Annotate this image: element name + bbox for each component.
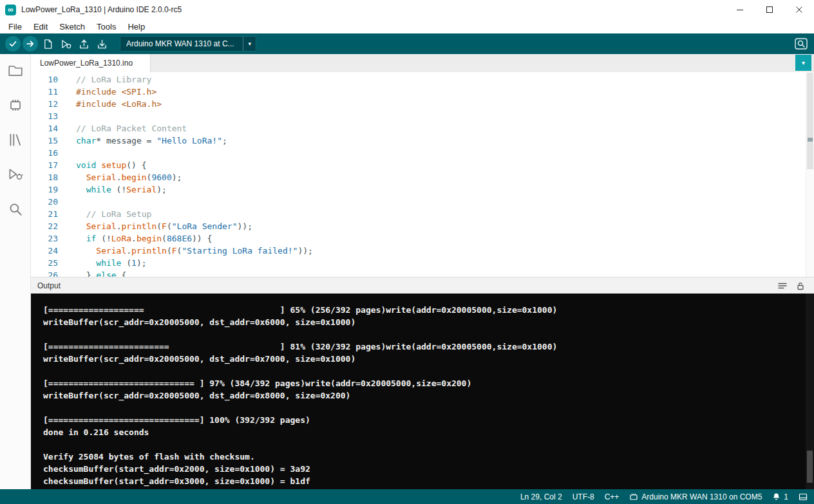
console-line: [=================== ] 65% (256/392 page… (43, 304, 814, 316)
arrow-up-tray-icon (79, 39, 90, 50)
export-binary-button[interactable] (76, 36, 92, 51)
code-text: if (!LoRa.begin(868E6)) { (58, 232, 212, 245)
maximize-icon (766, 6, 773, 14)
arduino-logo-icon: ∞ (5, 5, 16, 15)
code-line: 23 if (!LoRa.begin(868E6)) { (31, 232, 814, 245)
code-text: char* message = "Hello LoRa!"; (58, 135, 227, 147)
code-line: 12#include <LoRa.h> (31, 98, 814, 110)
code-text: // LoRa Library (58, 73, 151, 86)
code-text: Serial.println(F("Starting LoRa failed!"… (58, 245, 313, 257)
minimize-button[interactable] (725, 0, 755, 19)
code-line: 15char* message = "Hello LoRa!"; (31, 135, 814, 147)
tabbar: LowPower_LoRa_1310.ino ▾ (31, 54, 814, 72)
console-line: writeBuffer(scr_addr=0x20005000, dst_add… (43, 316, 814, 328)
document-icon (43, 39, 53, 50)
check-icon (8, 39, 17, 48)
debug-icon (61, 39, 71, 50)
upload-button[interactable] (23, 36, 38, 51)
panel-icon (799, 492, 808, 501)
sidebar-item-library-manager[interactable] (7, 131, 24, 148)
code-text (58, 110, 76, 122)
line-number: 13 (31, 110, 58, 122)
notification-count: 1 (784, 492, 788, 501)
menu-edit[interactable]: Edit (28, 21, 53, 32)
sidebar-item-boards-manager[interactable] (7, 97, 24, 113)
chip-icon (7, 97, 24, 113)
line-number: 23 (31, 232, 58, 245)
debug-probe-icon (7, 166, 24, 183)
folder-icon (7, 62, 24, 79)
output-menu-button[interactable] (777, 280, 788, 292)
code-line: 21 // LoRa Setup (31, 208, 814, 220)
menu-tools[interactable]: Tools (91, 21, 122, 32)
code-text: void setup() { (58, 159, 147, 171)
code-lines: 10// LoRa Library11#include <SPI.h>12#in… (31, 72, 814, 277)
editor-dropdown-button[interactable]: ▾ (795, 55, 811, 71)
maximize-button[interactable] (755, 0, 784, 19)
code-text: #include <LoRa.h> (58, 98, 162, 110)
encoding-indicator[interactable]: UTF-8 (573, 492, 594, 501)
code-text: Serial.begin(9600); (58, 171, 182, 183)
console-line: [======================== ] 81% (320/392… (43, 341, 814, 353)
main-area: LowPower_LoRa_1310.ino ▾ 10// LoRa Libra… (0, 54, 814, 489)
line-number: 12 (31, 98, 58, 110)
menubar: File Edit Sketch Tools Help (0, 19, 814, 33)
lines-icon (778, 281, 787, 290)
line-number: 14 (31, 122, 58, 135)
overview-ruler-mark (808, 138, 813, 142)
code-text: #include <SPI.h> (58, 86, 156, 98)
board-port-status[interactable]: Arduino MKR WAN 1310 on COM5 (629, 492, 762, 501)
console-line: writeBuffer(scr_addr=0x20005000, dst_add… (43, 389, 814, 402)
line-number: 16 (31, 147, 58, 159)
console-lines: [=================== ] 65% (256/392 page… (31, 294, 814, 487)
menu-file[interactable]: File (3, 21, 28, 32)
arrow-down-tray-icon (97, 39, 108, 50)
books-icon (7, 131, 24, 148)
window-title: LowPower_LoRa_1310 | Arduino IDE 2.0.0-r… (21, 5, 182, 14)
activity-sidebar (0, 54, 31, 489)
close-icon (795, 6, 803, 14)
console-line: [==============================] 100% (3… (43, 414, 814, 426)
code-line: 11#include <SPI.h> (31, 86, 814, 98)
statusbar: Ln 29, Col 2 UTF-8 C++ Arduino MKR WAN 1… (0, 489, 814, 504)
close-button[interactable] (784, 0, 814, 19)
import-binary-button[interactable] (94, 36, 110, 51)
code-editor[interactable]: 10// LoRa Library11#include <SPI.h>12#in… (31, 72, 814, 277)
line-number: 18 (31, 171, 58, 183)
code-line: 22 Serial.println(F("LoRa Sender")); (31, 220, 814, 232)
content-column: LowPower_LoRa_1310.ino ▾ 10// LoRa Libra… (31, 54, 814, 489)
new-sketch-button[interactable] (40, 36, 56, 51)
verify-button[interactable] (5, 36, 21, 51)
menu-sketch[interactable]: Sketch (53, 21, 91, 32)
line-number: 10 (31, 73, 58, 86)
panel-toggle-button[interactable] (799, 492, 808, 501)
editor-scrollbar[interactable] (806, 72, 814, 277)
sidebar-item-sketchbook[interactable] (7, 62, 24, 79)
board-port-label: Arduino MKR WAN 1310 on COM5 (641, 492, 762, 501)
console-scrollbar-thumb[interactable] (807, 451, 813, 483)
line-number: 11 (31, 86, 58, 98)
bell-icon (772, 492, 781, 501)
editor-scrollbar-thumb[interactable] (807, 73, 813, 169)
serial-monitor-button[interactable] (793, 36, 809, 51)
language-mode[interactable]: C++ (605, 492, 620, 501)
cursor-position[interactable]: Ln 29, Col 2 (520, 492, 562, 501)
tab-lowpower-lora-1310[interactable]: LowPower_LoRa_1310.ino (31, 54, 151, 72)
line-number: 22 (31, 220, 58, 232)
magnifier-badge-icon (794, 37, 808, 51)
output-console[interactable]: [=================== ] 65% (256/392 page… (31, 294, 814, 489)
scroll-lock-button[interactable] (795, 280, 806, 292)
notifications-button[interactable]: 1 (772, 492, 788, 501)
debug-button[interactable] (58, 36, 74, 51)
sidebar-item-search[interactable] (7, 201, 24, 218)
line-number: 21 (31, 208, 58, 220)
console-scrollbar[interactable] (806, 294, 814, 489)
board-selector-dropdown[interactable]: Arduino MKR WAN 1310 at C... ▾ (120, 36, 256, 51)
menu-help[interactable]: Help (122, 21, 151, 32)
code-text: while (1); (58, 257, 147, 269)
code-line: 20 (31, 196, 814, 208)
output-actions (777, 280, 806, 292)
sidebar-item-debug[interactable] (7, 166, 24, 183)
line-number: 24 (31, 245, 58, 257)
line-number: 15 (31, 135, 58, 147)
